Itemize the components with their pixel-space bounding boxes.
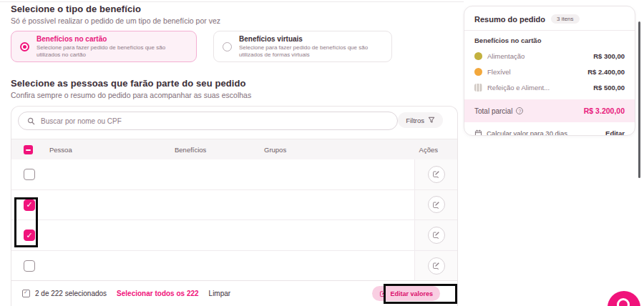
people-table: Filtros Pessoa Benefícios Grupos Ações ✓… [11, 106, 458, 306]
coin-icon [474, 68, 482, 76]
check-icon: ✓ [26, 232, 32, 240]
search-input-wrap [18, 112, 398, 130]
calendar-icon [474, 129, 482, 137]
benefit-name: Flexível [487, 68, 511, 76]
option-card-beneficios-cartao[interactable]: Benefícios no cartão Selecione para faze… [11, 31, 197, 62]
total-label: Total parcial [474, 107, 512, 115]
summary-divider [464, 30, 635, 31]
edit-icon [432, 262, 440, 270]
option-description: Selecione para fazer pedido de benefício… [239, 44, 383, 59]
summary-items: AlimentaçãoR$ 300,00FlexívelR$ 2.400,00R… [464, 48, 635, 95]
clear-selection-link[interactable]: Limpar [209, 290, 231, 297]
scrollbar-thumb[interactable] [638, 21, 640, 178]
help-icon[interactable]: ? [516, 107, 523, 114]
top-divider [0, 1, 464, 2]
column-header-beneficios: Benefícios [175, 139, 206, 160]
row-checkbox[interactable] [24, 169, 35, 180]
row-actions-cell [414, 159, 457, 189]
table-body: ✓✓ [11, 159, 457, 281]
edit-values-label: Editar valores [390, 290, 433, 297]
summary-item: Refeição e Aliment...R$ 500,00 [464, 79, 635, 95]
row-checkbox[interactable]: ✓ [24, 199, 35, 211]
table-row [11, 251, 457, 282]
people-section-title: Selecione as pessoas que farão parte do … [11, 78, 246, 89]
benefit-order-page: Selecione o tipo de benefício Só é possí… [0, 0, 644, 306]
search-icon [27, 117, 35, 125]
benefit-name: Refeição e Aliment... [487, 84, 550, 92]
edit-row-button[interactable] [428, 227, 445, 244]
radio-selected-icon[interactable] [20, 42, 29, 51]
filters-label: Filtros [406, 117, 424, 124]
edit-icon [432, 231, 440, 239]
column-header-pessoa: Pessoa [49, 139, 72, 160]
row-checkbox[interactable] [24, 260, 35, 272]
benefit-value: R$ 500,00 [593, 84, 625, 92]
summary-item: AlimentaçãoR$ 300,00 [464, 48, 635, 64]
edit-row-button[interactable] [428, 196, 445, 213]
help-chat-fab[interactable] [608, 291, 640, 306]
row-actions-cell [414, 251, 457, 281]
row-checkbox[interactable]: ✓ [24, 230, 35, 241]
edit-icon [379, 290, 386, 297]
row-actions-cell [414, 190, 457, 220]
radio-unselected-icon[interactable] [223, 42, 232, 51]
benefit-type-title: Selecione o tipo de benefício [11, 4, 141, 14]
check-icon: ✓ [26, 201, 32, 209]
calc-period-label: Calcular valor para 30 dias [487, 129, 567, 137]
edit-values-button[interactable]: Editar valores [372, 286, 440, 301]
select-all-checkbox[interactable] [24, 145, 33, 154]
option-description: Selecione para fazer pedido de benefício… [36, 44, 187, 59]
filters-button[interactable]: Filtros [398, 112, 443, 128]
table-row [11, 159, 457, 190]
calc-row: Calcular valor para 30 dias Editar [464, 124, 635, 136]
benefit-value: R$ 300,00 [593, 52, 625, 60]
meal-icon [474, 84, 482, 92]
selected-count-text: 2 de 222 selecionados [35, 290, 107, 297]
option-card-beneficios-virtuais[interactable]: Benefícios virtuais Selecione para fazer… [213, 31, 392, 62]
order-summary-title: Resumo do pedido [474, 15, 545, 24]
benefit-value: R$ 2.400,00 [587, 68, 625, 76]
summary-group-title: Benefícios no cartão [474, 36, 625, 44]
table-footer: 2 de 222 selecionados Selecionar todos o… [11, 280, 457, 306]
checkbox-outline-icon [22, 290, 30, 297]
edit-icon [432, 170, 440, 178]
table-row: ✓ [11, 220, 457, 251]
summary-item: FlexívelR$ 2.400,00 [464, 64, 635, 79]
option-label: Benefícios no cartão [36, 35, 187, 44]
column-header-acoes: Ações [419, 139, 438, 160]
search-input[interactable] [41, 117, 389, 125]
order-summary-header: Resumo do pedido 3 itens [464, 6, 635, 30]
table-row: ✓ [11, 190, 457, 221]
edit-row-button[interactable] [428, 166, 445, 183]
edit-row-button[interactable] [428, 257, 445, 275]
people-section-subtitle: Confira sempre o resumo do pedido para a… [11, 91, 251, 99]
order-summary-card: Resumo do pedido 3 itens Benefícios no c… [464, 6, 635, 136]
benefit-type-subtitle: Só é possível realizar o pedido de um ti… [11, 16, 220, 25]
apple-icon [474, 52, 482, 60]
table-header: Pessoa Benefícios Grupos Ações [11, 139, 457, 159]
total-value: R$ 3.200,00 [584, 107, 625, 115]
edit-icon [432, 201, 440, 209]
total-row: Total parcial ? R$ 3.200,00 [464, 99, 635, 122]
option-label: Benefícios virtuais [239, 35, 383, 44]
benefit-name: Alimentação [487, 52, 525, 60]
filter-funnel-icon [428, 117, 435, 124]
items-count-badge: 3 itens [551, 14, 580, 24]
column-header-grupos: Grupos [264, 139, 286, 160]
row-actions-cell [414, 220, 457, 250]
select-all-link[interactable]: Selecionar todos os 222 [117, 290, 199, 297]
chat-icon [617, 298, 630, 306]
edit-period-link[interactable]: Editar [605, 129, 625, 137]
